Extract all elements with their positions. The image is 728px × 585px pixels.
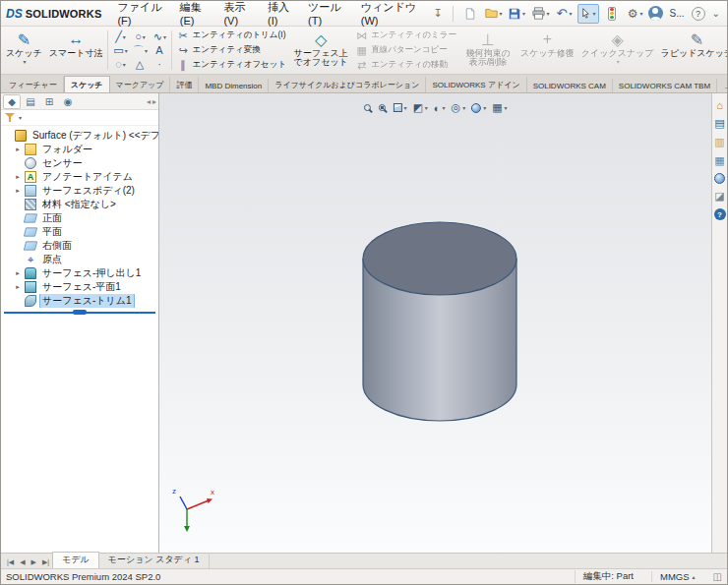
- print-button[interactable]: ▾: [530, 4, 552, 24]
- edit-appearance-icon[interactable]: ▾: [471, 103, 486, 113]
- zoom-fit-icon[interactable]: [363, 104, 372, 111]
- tree-item[interactable]: 正面: [1, 211, 158, 225]
- tree-item[interactable]: ⌖ 原点: [1, 253, 158, 266]
- panel-tab-scroll-arrows[interactable]: ◂▸: [147, 97, 156, 106]
- expand-arrow-icon[interactable]: ▸: [14, 283, 22, 291]
- sketch-tool-button[interactable]: ▭ ▾: [110, 44, 130, 57]
- offset-on-surface-button[interactable]: ◇ サーフェス上でオフセット: [289, 28, 352, 73]
- tree-item[interactable]: ▸ A アノテートアイテム: [1, 170, 158, 184]
- menu-item[interactable]: ウィンドウ(W): [355, 0, 428, 29]
- pane-toggle-icon[interactable]: ◫: [713, 571, 722, 582]
- commandmanager-tab[interactable]: ライフサイクルおよびコラボレーション: [269, 77, 426, 92]
- help-icon[interactable]: ?: [714, 208, 726, 220]
- sketch-tool-button[interactable]: ∿ ▾: [150, 30, 169, 43]
- custom-properties-icon[interactable]: ◪: [713, 190, 726, 203]
- tab-scroll-arrow[interactable]: |◀: [4, 558, 17, 568]
- filter-funnel-icon[interactable]: [5, 113, 15, 122]
- linear-sketch-pattern-button[interactable]: ▦ 直線パターンコピー: [353, 44, 458, 57]
- tree-item[interactable]: ▸ フォルダー: [1, 143, 158, 156]
- view-orientation-icon[interactable]: ▾: [393, 103, 406, 112]
- convert-entities-button[interactable]: ↪ エンティティ変換: [174, 44, 288, 57]
- new-document-button[interactable]: [459, 4, 481, 24]
- displaymanager-tab[interactable]: ◉: [59, 94, 77, 109]
- tree-item[interactable]: ▸ サーフェス-押し出し1: [1, 266, 158, 280]
- display-style-icon[interactable]: ◐ ▾: [434, 102, 446, 114]
- expand-arrow-icon[interactable]: ▸: [14, 146, 22, 153]
- repair-sketch-button[interactable]: + スケッチ修復: [517, 28, 577, 73]
- user-login-label[interactable]: S...: [670, 8, 685, 19]
- solidworks-resources-icon[interactable]: ⌂: [713, 98, 726, 111]
- expand-arrow-icon[interactable]: ▸: [14, 269, 22, 277]
- mirror-entities-button[interactable]: ⋈ エンティティのミラー: [353, 29, 458, 42]
- cylinder-surface-body[interactable]: [351, 211, 646, 457]
- undo-button[interactable]: ↶ ▾: [554, 4, 576, 24]
- appearances-scenes-icon[interactable]: [714, 173, 725, 184]
- commandmanager-tab[interactable]: フィーチャー: [3, 77, 64, 92]
- sketch-tool-button[interactable]: ○ ▾: [130, 30, 150, 43]
- display-delete-relations-button[interactable]: ⊥ 幾何拘束の表示/削除: [459, 28, 516, 73]
- toolbar-pin-icon[interactable]: ↧: [430, 7, 447, 20]
- smart-dimension-button[interactable]: ↔ スマート寸法: [46, 28, 106, 73]
- options-button[interactable]: ⚙ ▾: [625, 4, 646, 24]
- move-entities-button[interactable]: ⇄ エンティティの移動: [353, 59, 458, 72]
- sketch-tool-button[interactable]: △: [130, 58, 150, 71]
- menu-item[interactable]: ツール(T): [302, 0, 353, 29]
- tab-scroll-arrow[interactable]: ◀: [17, 558, 28, 568]
- rebuild-button[interactable]: [601, 4, 623, 24]
- expand-arrow-icon[interactable]: ▸: [14, 173, 22, 181]
- configurationmanager-tab[interactable]: ⊞: [40, 94, 58, 109]
- save-button[interactable]: ▾: [507, 4, 528, 24]
- expand-arrow-icon[interactable]: ▸: [14, 187, 22, 195]
- file-explorer-icon[interactable]: ▥: [713, 136, 726, 148]
- tree-item[interactable]: 材料 <指定なし>: [1, 198, 158, 211]
- tree-item[interactable]: ▸ サーフェス-平面1: [1, 280, 158, 294]
- tree-item[interactable]: ▸ サーフェスボディ(2): [1, 184, 158, 198]
- model-tab[interactable]: モーション スタディ 1: [99, 553, 210, 568]
- sketch-tool-button[interactable]: ◌ ▾: [110, 58, 130, 71]
- chevron-down-icon[interactable]: ▾: [19, 114, 22, 121]
- commandmanager-tab[interactable]: マークアップ: [110, 77, 171, 92]
- commandmanager-tab[interactable]: SOLIDWORKS CAM: [527, 79, 613, 92]
- open-button[interactable]: ▾: [483, 4, 505, 24]
- propertymanager-tab[interactable]: ▤: [22, 94, 39, 109]
- tree-item[interactable]: サーフェス-トリム1: [1, 294, 158, 308]
- commandmanager-tab[interactable]: SOLIDWORKS CAM TBM: [613, 79, 717, 92]
- select-tool-button[interactable]: ▾: [577, 4, 599, 24]
- collapse-ribbon-icon[interactable]: ⌄: [712, 8, 720, 19]
- zoom-area-icon[interactable]: [378, 104, 387, 111]
- user-avatar[interactable]: [648, 6, 663, 21]
- commandmanager-tab[interactable]: SOLIDWORKS アドイン: [426, 77, 526, 92]
- tab-scroll-arrow[interactable]: ▶: [29, 558, 39, 568]
- commandmanager-tab[interactable]: スケッチ: [64, 76, 110, 92]
- rollback-bar[interactable]: [4, 312, 155, 314]
- offset-entities-button[interactable]: ∥ エンティティオフセット: [174, 59, 288, 72]
- rapid-sketch-button[interactable]: ✎ ラピッドスケッチ: [658, 28, 727, 73]
- menu-item[interactable]: 表示(V): [217, 0, 260, 29]
- tree-item[interactable]: センサー: [1, 156, 158, 170]
- menu-item[interactable]: 編集(E): [174, 0, 216, 29]
- units-selector[interactable]: MMGS ▴: [651, 571, 703, 582]
- model-tab[interactable]: モデル: [52, 552, 99, 568]
- hide-show-items-icon[interactable]: ◎ ▾: [452, 101, 466, 114]
- sketch-tool-button[interactable]: ·: [150, 58, 169, 71]
- apply-scene-icon[interactable]: ▦ ▾: [492, 101, 507, 114]
- tab-scroll-arrow[interactable]: ▶|: [39, 558, 52, 568]
- menu-item[interactable]: ファイル(F): [111, 0, 171, 29]
- tree-item[interactable]: Surface (デフォルト) <<デフォルト>_表示状態: [1, 129, 158, 143]
- commandmanager-tab[interactable]: 評価: [170, 77, 199, 92]
- tree-item[interactable]: 右側面: [1, 239, 158, 253]
- section-view-icon[interactable]: ◩ ▾: [412, 101, 427, 114]
- commandmanager-tab[interactable]: MBD Dimension: [199, 79, 269, 92]
- sketch-tool-button[interactable]: ╱ ▾: [110, 30, 130, 43]
- sketch-button[interactable]: ✎ スケッチ ▾: [3, 28, 45, 73]
- sketch-tool-button[interactable]: ⌒ ▾: [130, 44, 150, 57]
- quick-snaps-button[interactable]: ◈ クイックスナップ ▾: [578, 28, 657, 73]
- featuremanager-tab[interactable]: ◆: [3, 94, 21, 109]
- help-button[interactable]: ?: [692, 7, 705, 21]
- menu-item[interactable]: 挿入(I): [262, 0, 300, 29]
- view-palette-icon[interactable]: ▦: [713, 154, 726, 167]
- trim-entities-button[interactable]: ✂ エンティティのトリム(I): [174, 29, 288, 42]
- tree-item[interactable]: 平面: [1, 225, 158, 239]
- cylinder-top-face[interactable]: [363, 222, 516, 295]
- sketch-tool-button[interactable]: A: [150, 44, 169, 57]
